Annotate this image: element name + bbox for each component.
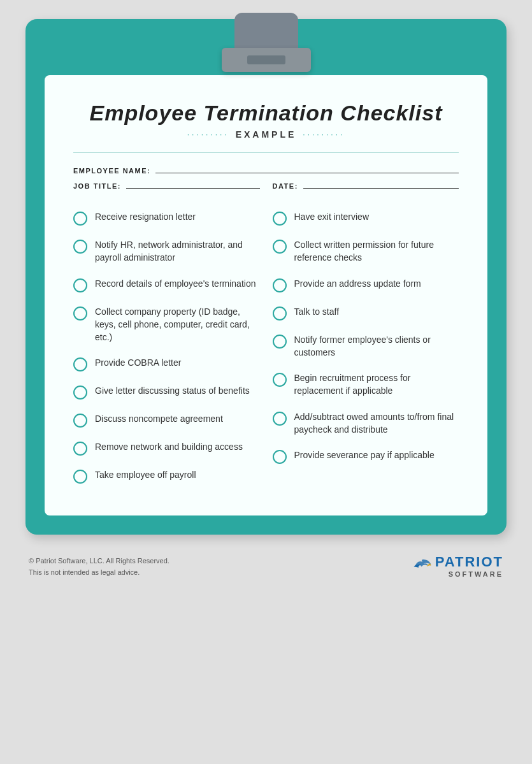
item-text: Begin recruitment process for replacemen… xyxy=(294,371,459,398)
checkbox-circle[interactable] xyxy=(273,212,287,226)
copyright-text: © Patriot Software, LLC. All Rights Rese… xyxy=(29,556,169,567)
clipboard-clip xyxy=(45,19,487,72)
date-label: DATE: xyxy=(273,182,298,190)
employee-name-field: EMPLOYEE NAME: xyxy=(73,167,459,175)
item-text: Discuss noncompete agreement xyxy=(95,412,223,425)
dots-left: ········· xyxy=(187,130,229,139)
list-item: Add/subtract owed amounts to/from final … xyxy=(273,404,459,443)
patriot-brand-name: PATRIOT xyxy=(435,554,503,570)
item-text: Provide COBRA letter xyxy=(95,356,181,369)
date-field: DATE: xyxy=(273,182,459,190)
list-item: Notify former employee's clients or cust… xyxy=(273,327,459,366)
checkbox-circle[interactable] xyxy=(73,414,87,428)
list-item: Talk to staff xyxy=(273,299,459,327)
job-title-line xyxy=(126,188,260,189)
list-item: Discuss noncompete agreement xyxy=(73,406,260,434)
employee-name-line xyxy=(155,173,459,173)
date-line xyxy=(303,188,459,189)
subtitle-row: ········· EXAMPLE ········· xyxy=(73,129,459,140)
checkbox-circle[interactable] xyxy=(73,278,87,292)
job-title-field: JOB TITLE: xyxy=(73,182,260,190)
paper: Employee Termination Checklist ·········… xyxy=(45,75,487,515)
item-text: Collect written permission for future re… xyxy=(294,238,459,264)
patriot-logo: PATRIOT SOFTWARE xyxy=(413,554,503,578)
item-text: Provide an address update form xyxy=(294,277,421,290)
item-text: Give letter discussing status of benefit… xyxy=(95,384,250,397)
list-item: Give letter discussing status of benefit… xyxy=(73,378,260,406)
list-item: Receive resignation letter xyxy=(73,204,260,232)
item-text: Take employee off payroll xyxy=(95,468,196,481)
checkbox-circle[interactable] xyxy=(73,240,87,254)
job-title-label: JOB TITLE: xyxy=(73,182,121,190)
clipboard: Employee Termination Checklist ·········… xyxy=(25,19,507,535)
checkbox-circle[interactable] xyxy=(73,212,87,226)
clip xyxy=(228,19,305,72)
footer-right: PATRIOT SOFTWARE xyxy=(413,554,503,578)
list-item: Provide severance pay if applicable xyxy=(273,442,459,470)
checkbox-circle[interactable] xyxy=(273,278,287,292)
item-text: Remove network and building access xyxy=(95,440,243,453)
divider xyxy=(73,152,459,153)
checkbox-circle[interactable] xyxy=(73,470,87,484)
list-item: Have exit interview xyxy=(273,204,459,232)
clip-bar xyxy=(222,48,311,72)
checkbox-circle[interactable] xyxy=(273,450,287,464)
dots-right: ········· xyxy=(303,130,345,139)
item-text: Receive resignation letter xyxy=(95,210,196,223)
item-text: Have exit interview xyxy=(294,210,370,223)
list-item: Begin recruitment process for replacemen… xyxy=(273,365,459,404)
clip-top xyxy=(234,13,298,51)
list-item: Collect written permission for future re… xyxy=(273,232,459,271)
checkbox-circle[interactable] xyxy=(73,357,87,371)
item-text: Talk to staff xyxy=(294,305,340,318)
disclaimer-text: This is not intended as legal advice. xyxy=(29,567,169,579)
list-item: Notify HR, network administrator, and pa… xyxy=(73,232,260,271)
checkbox-circle[interactable] xyxy=(73,386,87,400)
page-subtitle: EXAMPLE xyxy=(236,129,297,140)
list-item: Provide an address update form xyxy=(273,271,459,299)
checkbox-circle[interactable] xyxy=(73,442,87,456)
patriot-eagle-icon xyxy=(413,556,432,568)
checkbox-circle[interactable] xyxy=(73,306,87,321)
list-item: Remove network and building access xyxy=(73,434,260,462)
list-item: Record details of employee's termination xyxy=(73,271,260,299)
item-text: Notify HR, network administrator, and pa… xyxy=(95,238,260,264)
item-text: Record details of employee's termination xyxy=(95,277,255,290)
list-item: Take employee off payroll xyxy=(73,462,260,490)
footer: © Patriot Software, LLC. All Rights Rese… xyxy=(25,547,507,578)
list-item: Collect company property (ID badge, keys… xyxy=(73,299,260,350)
logo-icon-row: PATRIOT xyxy=(413,554,503,570)
checkbox-circle[interactable] xyxy=(273,306,287,321)
page-title: Employee Termination Checklist xyxy=(73,101,459,126)
job-title-date-row: JOB TITLE: DATE: xyxy=(73,182,459,190)
footer-left: © Patriot Software, LLC. All Rights Rese… xyxy=(29,556,169,578)
item-text: Provide severance pay if applicable xyxy=(294,449,435,461)
checkbox-circle[interactable] xyxy=(273,373,287,387)
item-text: Add/subtract owed amounts to/from final … xyxy=(294,410,459,436)
item-text: Collect company property (ID badge, keys… xyxy=(95,305,260,344)
checklist-right-col: Have exit interview Collect written perm… xyxy=(273,204,459,490)
patriot-brand-sub: SOFTWARE xyxy=(449,570,503,578)
employee-name-label: EMPLOYEE NAME: xyxy=(73,167,150,175)
list-item: Provide COBRA letter xyxy=(73,350,260,378)
checkbox-circle[interactable] xyxy=(273,335,287,349)
checkbox-circle[interactable] xyxy=(273,240,287,254)
checklist-grid: Receive resignation letter Notify HR, ne… xyxy=(73,204,459,490)
item-text: Notify former employee's clients or cust… xyxy=(294,333,459,359)
checkbox-circle[interactable] xyxy=(273,412,287,426)
checklist-left-col: Receive resignation letter Notify HR, ne… xyxy=(73,204,260,490)
